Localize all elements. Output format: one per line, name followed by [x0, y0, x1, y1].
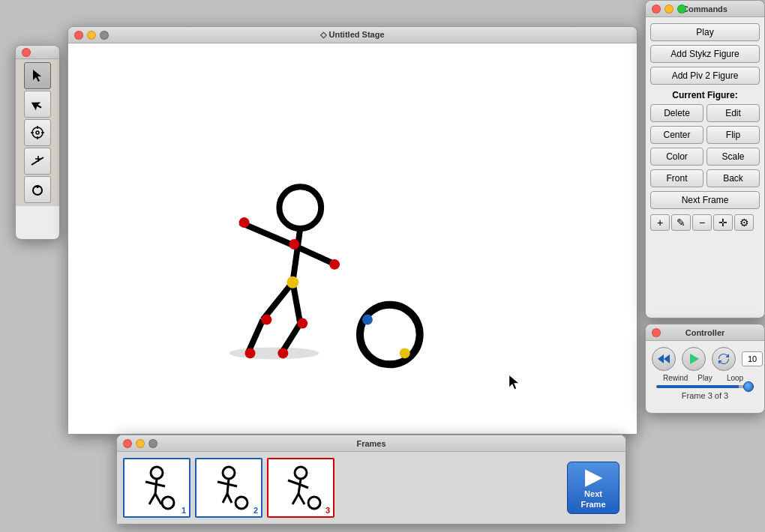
close-button-frames[interactable] — [123, 439, 132, 448]
edit-toolbar-button[interactable]: ✎ — [671, 214, 691, 231]
commands-toolbar: + ✎ − ✛ ⚙ — [650, 214, 760, 231]
maximize-button-commands[interactable] — [677, 4, 686, 13]
joint-right-hand[interactable] — [329, 259, 340, 270]
controller-window: Controller — [645, 324, 765, 414]
close-button-toolbox[interactable] — [22, 48, 31, 57]
svg-line-25 — [227, 479, 229, 494]
rewind-icon — [657, 352, 670, 366]
remove-toolbar-button[interactable]: − — [692, 214, 712, 231]
figure-shadow — [230, 347, 320, 359]
frame-1-number: 1 — [182, 506, 186, 515]
controller-title: Controller — [646, 328, 764, 337]
add-frame-toolbar-button[interactable]: + — [650, 214, 670, 231]
svg-point-31 — [295, 467, 307, 479]
minus-icon: − — [699, 217, 705, 229]
speed-control: 10 ▲ ▼ Speed — [742, 351, 765, 366]
svg-line-22 — [155, 494, 161, 504]
move-toolbar-button[interactable]: ✛ — [713, 214, 733, 231]
edit-button[interactable]: Edit — [706, 104, 760, 122]
plus-line-icon — [30, 154, 45, 169]
traffic-lights-controller — [652, 328, 661, 337]
flip-button[interactable]: Flip — [706, 126, 760, 144]
frame-1-preview — [130, 465, 183, 510]
joint-left-hand[interactable] — [239, 217, 250, 228]
next-frame-button[interactable]: Next Frame — [650, 191, 760, 209]
joint-shoulder[interactable] — [289, 239, 299, 250]
add-stykz-button[interactable]: Add Stykz Figure — [650, 45, 760, 63]
ball-joint-yellow[interactable] — [400, 348, 410, 358]
traffic-lights-stage — [74, 31, 109, 40]
frames-window: Frames 1 — [116, 435, 626, 525]
close-button-controller[interactable] — [652, 328, 661, 337]
joint-right-foot[interactable] — [278, 348, 288, 358]
stage-window: ◇ Untitled Stage — [68, 26, 638, 435]
svg-point-2 — [32, 127, 43, 138]
svg-point-24 — [223, 467, 235, 479]
stage-title: ◇ Untitled Stage — [68, 30, 637, 40]
joint-hip[interactable] — [286, 276, 298, 288]
animation-canvas[interactable] — [68, 43, 637, 434]
circle-plus-icon — [30, 182, 45, 197]
figure-head — [279, 187, 321, 229]
close-button-stage[interactable] — [74, 31, 83, 40]
frame-3-thumb[interactable]: 3 — [267, 458, 334, 518]
frames-body: 1 2 — [117, 452, 626, 524]
select-tool-button[interactable] — [24, 62, 51, 89]
joint-left-foot[interactable] — [245, 348, 256, 358]
toolbox-window — [15, 45, 60, 240]
maximize-button-stage[interactable] — [100, 31, 109, 40]
minimize-button-stage[interactable] — [87, 31, 96, 40]
frame-2-number: 2 — [254, 506, 258, 515]
minimize-button-commands[interactable] — [664, 4, 674, 13]
play-button[interactable]: Play — [650, 23, 760, 41]
ball-figure[interactable] — [360, 305, 420, 365]
traffic-lights-toolbox — [22, 48, 31, 57]
joint-left-knee[interactable] — [261, 315, 272, 325]
close-button-commands[interactable] — [652, 4, 661, 13]
figure-body — [292, 229, 300, 282]
cursor-icon — [509, 375, 518, 389]
move-icon: ✛ — [718, 217, 728, 229]
arrow-icon — [30, 68, 45, 83]
color-button[interactable]: Color — [650, 148, 704, 166]
toolbox-body — [16, 59, 59, 206]
next-frame-line1: Next — [584, 489, 602, 498]
transform-tool-button[interactable] — [24, 91, 51, 118]
joint-right-knee[interactable] — [297, 318, 308, 329]
playback-slider[interactable] — [656, 385, 754, 388]
frame-1-thumb[interactable]: 1 — [123, 458, 190, 518]
ctrl-button-labels: Rewind Play Loop — [663, 374, 747, 382]
scale-button[interactable]: Scale — [706, 148, 760, 166]
play-label: Play — [693, 374, 717, 382]
next-frame-frames-button[interactable]: ▶ Next Frame — [567, 462, 620, 514]
circle-tool-button[interactable] — [24, 176, 51, 203]
frame-3-preview — [274, 465, 327, 510]
frame-2-thumb[interactable]: 2 — [195, 458, 262, 518]
svg-line-21 — [149, 494, 155, 504]
add-joint-tool-button[interactable] — [24, 148, 51, 175]
play-controller-button[interactable] — [682, 347, 706, 371]
svg-point-30 — [236, 497, 248, 509]
speed-input[interactable]: 10 — [742, 351, 763, 366]
loop-button[interactable] — [712, 347, 736, 371]
svg-point-17 — [151, 467, 163, 479]
playback-slider-thumb[interactable] — [743, 381, 754, 392]
front-button[interactable]: Front — [650, 169, 704, 187]
stage-canvas-area[interactable] — [68, 43, 637, 434]
frames-titlebar: Frames — [117, 435, 626, 452]
traffic-lights-frames — [123, 439, 158, 448]
minimize-button-frames[interactable] — [136, 439, 145, 448]
add-piv2-button[interactable]: Add Piv 2 Figure — [650, 67, 760, 85]
svg-point-37 — [308, 497, 320, 509]
pivot-tool-button[interactable] — [24, 119, 51, 146]
playback-slider-container[interactable] — [656, 385, 754, 388]
ball-joint-blue[interactable] — [362, 315, 373, 325]
svg-point-3 — [36, 131, 39, 134]
pencil-icon: ✎ — [676, 217, 686, 229]
delete-button[interactable]: Delete — [650, 104, 704, 122]
maximize-button-frames[interactable] — [148, 439, 158, 448]
back-button[interactable]: Back — [706, 169, 760, 187]
center-button[interactable]: Center — [650, 126, 704, 144]
settings-toolbar-button[interactable]: ⚙ — [734, 214, 754, 231]
rewind-button[interactable] — [652, 347, 676, 371]
